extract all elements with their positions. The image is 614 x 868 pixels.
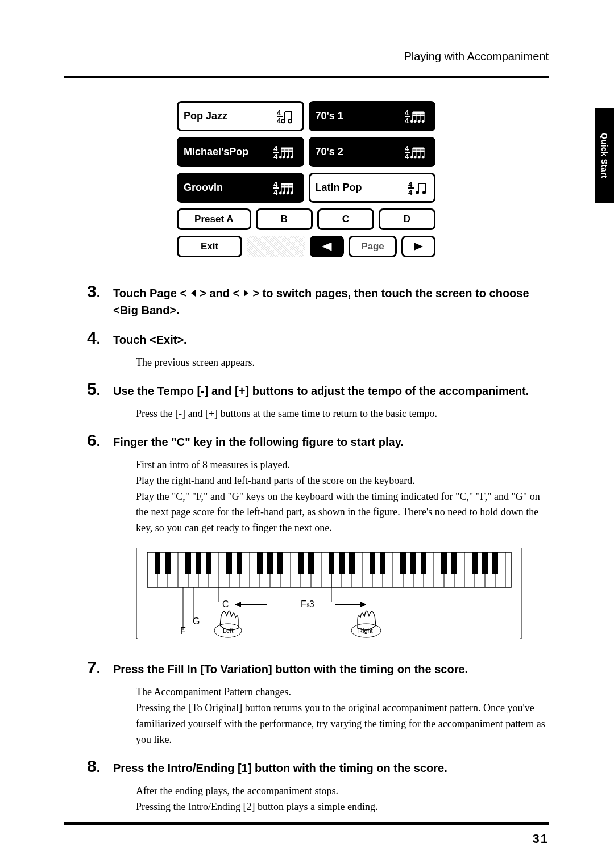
svg-text:C: C	[222, 599, 229, 609]
svg-text:4: 4	[273, 180, 278, 189]
preset-label: D	[404, 214, 410, 225]
triangle-left-icon	[190, 289, 197, 297]
svg-text:Left: Left	[223, 627, 233, 634]
svg-text:4: 4	[273, 188, 278, 196]
svg-text:4: 4	[273, 144, 278, 153]
step-title: Press the Fill In [To Variation] button …	[113, 657, 468, 678]
step-number: 7.	[87, 657, 113, 678]
step-body-line: After the ending plays, the accompanimen…	[136, 783, 549, 799]
step-7: 7. Press the Fill In [To Variation] butt…	[87, 657, 549, 678]
divider-bottom	[64, 822, 549, 825]
svg-rect-66	[298, 552, 304, 574]
beat-icon: 44	[273, 139, 297, 165]
style-label: 70's 2	[316, 146, 343, 158]
beat-icon: 44	[277, 103, 297, 130]
svg-rect-77	[451, 552, 457, 574]
style-btn-latin-pop[interactable]: Latin Pop 44	[309, 173, 436, 203]
step-number: 5.	[87, 379, 113, 399]
step-body-line: Play the right-hand and left-hand parts …	[136, 473, 549, 489]
step-5: 5. Use the Tempo [-] and [+] buttons to …	[87, 379, 549, 399]
page-next-button[interactable]	[401, 236, 435, 257]
svg-text:F♯3: F♯3	[301, 599, 314, 609]
step-8: 8. Press the Intro/Ending [1] button wit…	[87, 756, 549, 777]
style-label: Groovin	[184, 182, 223, 194]
svg-rect-80	[492, 552, 498, 574]
svg-rect-72	[380, 552, 385, 574]
svg-rect-59	[196, 552, 201, 574]
svg-rect-62	[237, 552, 242, 574]
style-btn-70s-1[interactable]: 70's 1 44	[309, 101, 436, 131]
svg-text:Right: Right	[358, 627, 373, 634]
step-number: 4.	[87, 328, 113, 348]
svg-rect-65	[277, 552, 283, 574]
svg-rect-69	[339, 552, 345, 574]
style-label: Michael'sPop	[184, 146, 248, 158]
step-number: 6.	[87, 430, 113, 450]
page-label: Page	[349, 236, 397, 257]
step-body-line: Pressing the [To Original] button return…	[136, 700, 549, 748]
lcd-spacer	[247, 236, 305, 257]
preset-d-button[interactable]: D	[379, 208, 435, 230]
svg-rect-60	[206, 552, 211, 574]
svg-text:4: 4	[273, 152, 278, 160]
svg-rect-76	[441, 552, 447, 574]
page-number: 31	[533, 832, 549, 846]
beat-icon: 44	[273, 174, 297, 201]
style-btn-70s-2[interactable]: 70's 2 44	[309, 137, 436, 167]
beat-icon: 44	[405, 139, 429, 165]
svg-rect-73	[400, 552, 406, 574]
svg-rect-71	[370, 552, 375, 574]
divider-top	[64, 76, 549, 78]
step-body-line: The Accompaniment Pattern changes.	[136, 685, 549, 700]
triangle-right-icon	[243, 289, 250, 297]
style-btn-groovin[interactable]: Groovin 44	[177, 173, 304, 203]
step-3: 3. Touch Page < > and < > to switch page…	[87, 281, 549, 319]
step-title: Press the Intro/Ending [1] button with t…	[113, 756, 447, 777]
svg-text:4: 4	[408, 180, 413, 189]
step-title: Touch <Exit>.	[113, 328, 187, 348]
step-title: Touch Page < > and < > to switch pages, …	[113, 281, 549, 319]
step-number: 3.	[87, 281, 113, 319]
svg-rect-67	[308, 552, 314, 574]
page-header: Playing with Accompaniment	[404, 50, 549, 63]
svg-rect-63	[257, 552, 263, 574]
svg-text:4: 4	[405, 108, 409, 117]
step-6: 6. Finger the "C" key in the following f…	[87, 430, 549, 450]
style-label: Pop Jazz	[184, 110, 227, 122]
svg-rect-58	[185, 552, 191, 574]
lcd-screen: Pop Jazz 44 70's 1 44 Michael'sPop 44 70…	[177, 101, 435, 263]
svg-rect-75	[421, 552, 426, 574]
step-body-line: Pressing the Intro/Ending [2] button pla…	[136, 799, 549, 815]
preset-label: C	[342, 214, 349, 225]
svg-text:G: G	[193, 616, 200, 626]
style-btn-michaels-pop[interactable]: Michael'sPop 44	[177, 137, 304, 167]
page-prev-button[interactable]	[310, 236, 344, 257]
preset-b-button[interactable]: B	[256, 208, 313, 230]
svg-text:4: 4	[408, 188, 413, 196]
step-title: Use the Tempo [-] and [+] buttons to adj…	[113, 379, 529, 399]
svg-text:4: 4	[405, 152, 409, 160]
preset-c-button[interactable]: C	[317, 208, 374, 230]
svg-rect-61	[226, 552, 232, 574]
svg-text:F: F	[180, 626, 186, 636]
preset-label: B	[281, 214, 288, 225]
beat-icon: 44	[405, 103, 429, 130]
style-btn-pop-jazz[interactable]: Pop Jazz 44	[177, 101, 304, 131]
preset-a-button[interactable]: Preset A	[177, 208, 251, 230]
svg-rect-57	[165, 552, 171, 574]
style-label: 70's 1	[316, 110, 343, 122]
svg-text:4: 4	[277, 116, 281, 124]
step-body: First an intro of 8 measures is played. …	[136, 457, 549, 536]
step-body: The previous screen appears.	[136, 355, 549, 371]
svg-text:4: 4	[277, 108, 281, 117]
step-body-line: First an intro of 8 measures is played.	[136, 457, 549, 473]
exit-button[interactable]: Exit	[177, 236, 242, 257]
svg-rect-64	[267, 552, 273, 574]
triangle-right-icon	[413, 243, 424, 251]
svg-rect-56	[155, 552, 160, 574]
step-body: After the ending plays, the accompanimen…	[136, 783, 549, 815]
step-title: Finger the "C" key in the following figu…	[113, 430, 404, 450]
step-body: Press the [-] and [+] buttons at the sam…	[136, 406, 549, 422]
svg-rect-78	[472, 552, 478, 574]
svg-rect-79	[482, 552, 488, 574]
